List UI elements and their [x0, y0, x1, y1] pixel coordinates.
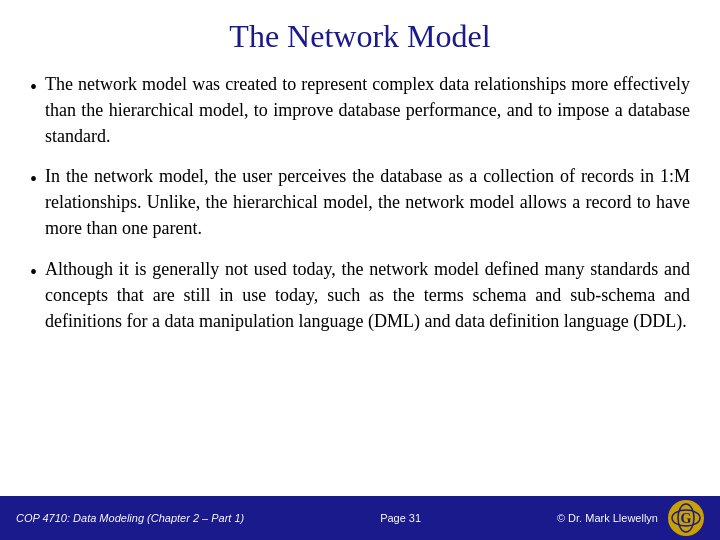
slide: The Network Model • The network model wa…: [0, 0, 720, 540]
bullet-section-3: • Although it is generally not used toda…: [30, 256, 690, 334]
footer-course: COP 4710: Data Modeling (Chapter 2 – Par…: [16, 512, 244, 524]
bullet-section-1: • The network model was created to repre…: [30, 71, 690, 149]
footer: COP 4710: Data Modeling (Chapter 2 – Par…: [0, 496, 720, 540]
bullet-marker-2: •: [30, 165, 37, 193]
bullet-marker-3: •: [30, 258, 37, 286]
bullet-section-2: • In the network model, the user perceiv…: [30, 163, 690, 241]
main-content: The Network Model • The network model wa…: [0, 0, 720, 496]
bullet-text-3: Although it is generally not used today,…: [45, 256, 690, 334]
bullet-text-2: In the network model, the user perceives…: [45, 163, 690, 241]
bullet-text-1: The network model was created to represe…: [45, 71, 690, 149]
slide-title: The Network Model: [30, 18, 690, 55]
svg-text:G: G: [681, 511, 692, 526]
footer-logo: G: [668, 500, 704, 536]
footer-page: Page 31: [380, 512, 421, 524]
footer-right-group: © Dr. Mark Llewellyn G: [557, 500, 704, 536]
footer-author: © Dr. Mark Llewellyn: [557, 512, 658, 524]
bullet-marker-1: •: [30, 73, 37, 101]
